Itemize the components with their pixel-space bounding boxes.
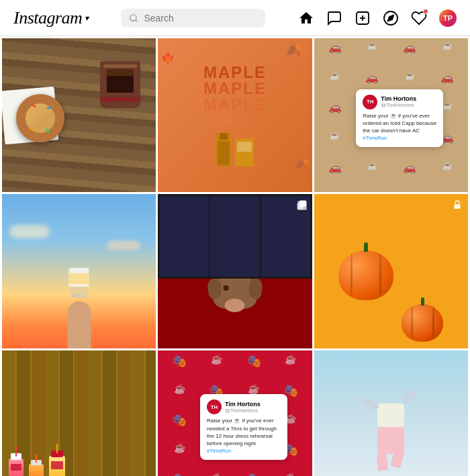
svg-point-0 bbox=[130, 14, 136, 20]
maple-text-3: MAPLE bbox=[203, 97, 267, 113]
lock-icon bbox=[452, 199, 463, 213]
notifications-button[interactable] bbox=[411, 10, 427, 26]
notification-dot bbox=[423, 9, 428, 14]
tims-username-2: Tim Hortons bbox=[225, 401, 261, 408]
tims-tweet-text-1: Raise your ☕ if you've ever ordered an I… bbox=[363, 112, 436, 142]
logo[interactable]: Instagram ▾ bbox=[13, 8, 89, 28]
tims-handle-1: @TimHortons bbox=[381, 102, 416, 108]
tims-tweet-card-2: TH Tim Hortons @TimHortons Raise your ☕ … bbox=[200, 394, 287, 460]
pumpkin-small bbox=[402, 304, 443, 342]
tims-avatar-1: TH bbox=[363, 95, 377, 109]
tims-tweet-text-2: Raise your ☕ if you've ever needed a Tim… bbox=[207, 417, 281, 455]
post-7[interactable] bbox=[2, 350, 156, 476]
post-4[interactable] bbox=[2, 194, 156, 348]
avatar-initials: TP bbox=[443, 14, 453, 22]
grid-container: 🍂 🍁 🍂 MAPLE MAPLE MAPLE M... bbox=[0, 36, 470, 476]
post-2[interactable]: 🍂 🍁 🍂 MAPLE MAPLE MAPLE M... bbox=[158, 38, 312, 192]
chevron-down-icon: ▾ bbox=[85, 13, 89, 23]
logo-text: Instagram bbox=[13, 8, 82, 28]
maple-text-4: M... bbox=[219, 113, 251, 129]
tims-username-1: Tim Hortons bbox=[381, 95, 416, 102]
maple-text-2: MAPLE bbox=[203, 81, 267, 97]
nav-icons: TP bbox=[298, 9, 457, 27]
svg-line-1 bbox=[136, 19, 138, 21]
search-bar[interactable] bbox=[121, 9, 265, 28]
photo-grid: 🍂 🍁 🍂 MAPLE MAPLE MAPLE M... bbox=[0, 36, 470, 476]
tims-avatar-2: TH bbox=[207, 399, 222, 414]
explore-button[interactable] bbox=[383, 10, 399, 26]
post-6[interactable] bbox=[314, 194, 468, 348]
tims-hashtag-2: #TimsRun bbox=[207, 448, 231, 454]
tims-handle-2: @TimHortons bbox=[225, 408, 261, 414]
search-input[interactable] bbox=[144, 13, 257, 23]
post-5[interactable] bbox=[158, 194, 312, 348]
home-button[interactable] bbox=[298, 10, 314, 26]
messenger-button[interactable] bbox=[326, 10, 342, 26]
header: Instagram ▾ bbox=[0, 0, 470, 36]
post-9[interactable]: A BREAKFAST TWIST THAT'LL MAKE YOU GROOV… bbox=[314, 350, 468, 476]
multi-image-icon bbox=[296, 199, 307, 210]
tims-tweet-card-1: TH Tim Hortons @TimHortons Raise your ☕ … bbox=[356, 89, 443, 148]
add-post-button[interactable] bbox=[355, 10, 371, 26]
post-3[interactable]: 🚗 ☕ 🚗 ☕ ☕ 🚗 ☕ 🚗 🚗 ☕ 🚗 ☕ ☕ 🚗 ☕ 🚗 bbox=[314, 38, 468, 192]
maple-text-1: MAPLE bbox=[203, 64, 267, 81]
post-1[interactable] bbox=[2, 38, 156, 192]
svg-marker-6 bbox=[388, 15, 393, 20]
post-8[interactable]: 🎭 ☕ 🎭 ☕ ☕ 🎭 ☕ 🎭 🎭 ☕ 🎭 ☕ ☕ 🎭 ☕ 🎭 bbox=[158, 350, 312, 476]
tims-hashtag-1: #TimsRun bbox=[363, 135, 387, 141]
svg-rect-8 bbox=[297, 203, 303, 210]
pumpkin-large bbox=[338, 250, 393, 300]
svg-rect-9 bbox=[454, 205, 460, 209]
avatar[interactable]: TP bbox=[439, 9, 457, 27]
search-icon bbox=[129, 13, 138, 23]
